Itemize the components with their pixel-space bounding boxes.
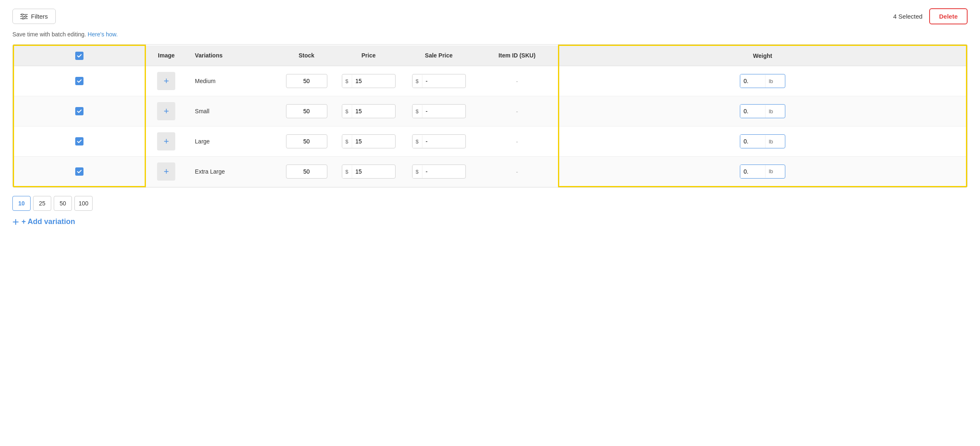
currency-symbol: $ bbox=[342, 75, 352, 88]
currency-symbol: $ bbox=[342, 165, 352, 178]
batch-hint-text: Save time with batch editing. bbox=[12, 31, 86, 38]
price-input[interactable] bbox=[352, 105, 385, 118]
check-icon bbox=[77, 53, 82, 58]
row-checkbox-cell bbox=[14, 126, 145, 157]
row-image-cell: + bbox=[145, 157, 187, 187]
row-image-cell: + bbox=[145, 66, 187, 96]
currency-symbol: $ bbox=[342, 135, 352, 148]
stock-input[interactable] bbox=[286, 134, 327, 148]
col-header-variations: Variations bbox=[187, 45, 278, 66]
price-input[interactable] bbox=[352, 135, 385, 148]
row-price-cell: $ bbox=[336, 66, 402, 96]
image-placeholder[interactable]: + bbox=[157, 162, 175, 181]
weight-group: lb bbox=[740, 74, 785, 88]
sale-price-input[interactable] bbox=[422, 74, 455, 88]
row-item-id-cell: - bbox=[476, 126, 559, 157]
sale-currency-symbol: $ bbox=[413, 135, 422, 148]
delete-button[interactable]: Delete bbox=[929, 8, 968, 24]
row-checkbox-cell bbox=[14, 96, 145, 126]
col-header-image: Image bbox=[145, 45, 187, 66]
weight-unit: lb bbox=[765, 135, 776, 148]
price-input[interactable] bbox=[352, 74, 385, 88]
row-checkbox[interactable] bbox=[75, 167, 83, 176]
row-stock-cell bbox=[278, 157, 336, 187]
page-size-10-button[interactable]: 10 bbox=[12, 196, 31, 211]
sale-currency-symbol: $ bbox=[413, 165, 422, 178]
sale-price-group: $ bbox=[412, 134, 466, 148]
price-group: $ bbox=[342, 134, 396, 148]
sale-price-input[interactable] bbox=[422, 105, 455, 118]
row-sale-price-cell: $ bbox=[402, 66, 476, 96]
filters-button[interactable]: Filters bbox=[12, 9, 56, 24]
page-size-50-button[interactable]: 50 bbox=[54, 196, 72, 211]
sale-price-group: $ bbox=[412, 74, 466, 88]
stock-input[interactable] bbox=[286, 104, 327, 118]
image-placeholder[interactable]: + bbox=[157, 72, 175, 90]
page-size-100-button[interactable]: 100 bbox=[74, 196, 93, 211]
variations-table-wrapper: Image Variations Stock Price Sale Price bbox=[12, 44, 968, 188]
batch-hint-link[interactable]: Here's how. bbox=[88, 31, 118, 38]
row-checkbox-cell bbox=[14, 157, 145, 187]
table-row: + Extra Large $ $ - lb bbox=[14, 157, 967, 187]
row-item-id-cell: - bbox=[476, 66, 559, 96]
row-checkbox[interactable] bbox=[75, 77, 83, 85]
sale-price-group: $ bbox=[412, 165, 466, 179]
weight-input[interactable] bbox=[740, 74, 765, 88]
col-header-check bbox=[14, 45, 145, 66]
row-sale-price-cell: $ bbox=[402, 96, 476, 126]
weight-group: lb bbox=[740, 104, 785, 118]
row-image-cell: + bbox=[145, 126, 187, 157]
row-weight-cell: lb bbox=[559, 66, 967, 96]
row-checkbox[interactable] bbox=[75, 137, 83, 145]
row-stock-cell bbox=[278, 96, 336, 126]
row-sale-price-cell: $ bbox=[402, 157, 476, 187]
stock-input[interactable] bbox=[286, 74, 327, 88]
table-row: + Large $ $ - lb bbox=[14, 126, 967, 157]
row-variation-name: Medium bbox=[187, 66, 278, 96]
row-item-id-cell: - bbox=[476, 157, 559, 187]
item-id-value: - bbox=[516, 78, 518, 85]
sale-currency-symbol: $ bbox=[413, 75, 422, 88]
row-weight-cell: lb bbox=[559, 96, 967, 126]
sale-price-input[interactable] bbox=[422, 135, 455, 148]
table-header-row: Image Variations Stock Price Sale Price bbox=[14, 45, 967, 66]
toolbar: Filters 4 Selected Delete bbox=[12, 8, 968, 24]
col-header-price: Price bbox=[336, 45, 402, 66]
sale-price-input[interactable] bbox=[422, 165, 455, 178]
row-variation-name: Large bbox=[187, 126, 278, 157]
svg-point-4 bbox=[25, 16, 26, 17]
check-icon bbox=[77, 109, 82, 114]
price-group: $ bbox=[342, 104, 396, 118]
plus-icon: + bbox=[164, 137, 169, 146]
add-variation-button[interactable]: + Add variation bbox=[12, 217, 75, 226]
pagination: 102550100 bbox=[12, 196, 968, 211]
weight-group: lb bbox=[740, 165, 785, 179]
image-placeholder[interactable]: + bbox=[157, 132, 175, 150]
page-size-25-button[interactable]: 25 bbox=[33, 196, 51, 211]
weight-input[interactable] bbox=[740, 105, 765, 118]
row-stock-cell bbox=[278, 66, 336, 96]
weight-input[interactable] bbox=[740, 165, 765, 178]
weight-input[interactable] bbox=[740, 135, 765, 148]
batch-hint: Save time with batch editing. Here's how… bbox=[12, 31, 968, 38]
price-input[interactable] bbox=[352, 165, 385, 178]
weight-unit: lb bbox=[765, 75, 776, 88]
stock-input[interactable] bbox=[286, 165, 327, 179]
table-row: + Small $ $ - lb bbox=[14, 96, 967, 126]
row-price-cell: $ bbox=[336, 126, 402, 157]
row-image-cell: + bbox=[145, 96, 187, 126]
row-checkbox[interactable] bbox=[75, 107, 83, 115]
image-placeholder[interactable]: + bbox=[157, 102, 175, 120]
item-id-value: - bbox=[516, 108, 518, 115]
header-checkbox[interactable] bbox=[75, 52, 83, 60]
row-weight-cell: lb bbox=[559, 126, 967, 157]
selected-count: 4 Selected bbox=[893, 13, 923, 20]
plus-icon: + bbox=[164, 107, 169, 116]
toolbar-right: 4 Selected Delete bbox=[893, 8, 968, 24]
filters-label: Filters bbox=[31, 13, 48, 20]
table-row: + Medium $ $ - lb bbox=[14, 66, 967, 96]
weight-unit: lb bbox=[765, 105, 776, 118]
weight-group: lb bbox=[740, 134, 785, 148]
plus-icon: + bbox=[164, 76, 169, 86]
item-id-value: - bbox=[516, 169, 518, 175]
